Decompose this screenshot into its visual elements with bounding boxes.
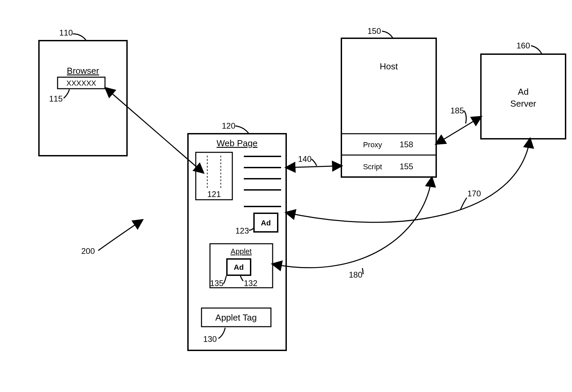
adserver-label2: Server	[510, 99, 536, 109]
ref-140: 140	[298, 154, 312, 164]
webpage-label: Web Page	[217, 138, 258, 148]
ref-132: 132	[244, 279, 257, 288]
browser-label: Browser	[67, 66, 99, 76]
webpage-node: Web Page 121 Ad 123 Applet Ad 135 132 Ap…	[188, 134, 286, 350]
ref-115: 115	[49, 94, 63, 103]
ref-170: 170	[467, 189, 481, 198]
patent-diagram: Browser XXXXXX 110 115 Web Page 121 Ad 1…	[0, 0, 572, 392]
ref-135: 135	[210, 279, 224, 288]
webpage-ad-label: Ad	[261, 219, 271, 227]
ref-120: 120	[222, 121, 235, 130]
applet-ad-label: Ad	[234, 263, 243, 271]
ref-130: 130	[203, 334, 217, 344]
ref-150: 150	[367, 26, 381, 36]
proxy-label: Proxy	[363, 140, 382, 149]
browser-link-text: XXXXXX	[66, 79, 96, 87]
ref-123: 123	[235, 226, 249, 235]
ref-121: 121	[207, 190, 221, 199]
script-label: Script	[363, 162, 382, 171]
ref-185: 185	[450, 106, 464, 115]
host-label: Host	[380, 61, 398, 71]
edge-140	[286, 166, 341, 168]
figure-ref: 200	[81, 246, 95, 256]
adserver-node: Ad Server	[481, 54, 566, 139]
lead-200	[98, 220, 142, 251]
edge-185	[436, 117, 481, 144]
svg-rect-10	[341, 38, 436, 177]
ref-158: 158	[400, 140, 413, 149]
adserver-label1: Ad	[518, 87, 529, 97]
applet-tag-label: Applet Tag	[215, 312, 257, 323]
host-node: Host Proxy 158 Script 155	[341, 38, 436, 177]
ref-160: 160	[516, 41, 530, 50]
applet-label: Applet	[231, 247, 252, 256]
edge-180	[273, 178, 432, 268]
ref-180: 180	[349, 270, 362, 279]
lead-110	[73, 34, 86, 41]
ref-110: 110	[59, 28, 73, 37]
ref-155: 155	[400, 162, 413, 171]
